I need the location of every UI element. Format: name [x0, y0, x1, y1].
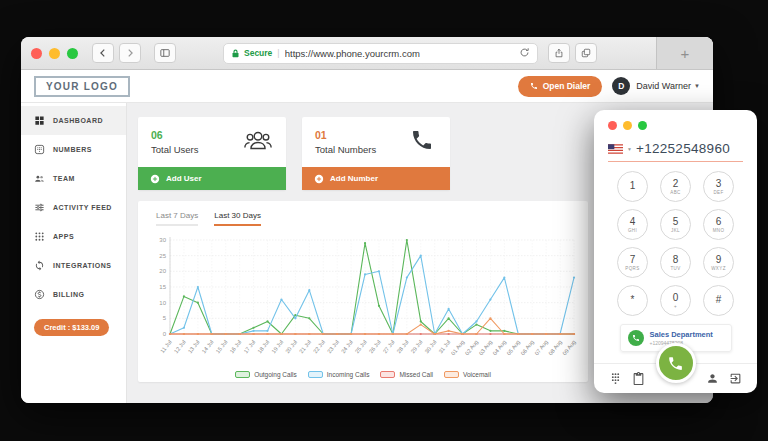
chart-range-tabs: Last 7 Days Last 30 Days [156, 211, 580, 226]
dashboard-icon [34, 115, 45, 126]
sidebar: DASHBOARDNUMBERSTEAMACTIVITY FEEDAPPSINT… [21, 103, 127, 403]
svg-text:26 Jul: 26 Jul [368, 339, 382, 354]
key-digit: 5 [673, 217, 679, 227]
secure-label: Secure [244, 48, 272, 58]
key-letters: PQRS [625, 266, 639, 271]
flag-caret-icon[interactable]: ▼ [627, 146, 632, 152]
svg-text:03 Aug: 03 Aug [478, 339, 493, 356]
dial-key-7[interactable]: 7PQRS [617, 247, 648, 278]
tab-last-30-days[interactable]: Last 30 Days [214, 211, 261, 226]
key-letters: MNO [713, 228, 725, 233]
sidebar-item-billing[interactable]: BILLING [21, 280, 126, 309]
dial-key-2[interactable]: 2ABC [660, 171, 691, 202]
keypad-icon[interactable] [609, 372, 622, 385]
dialer-zoom-button[interactable] [638, 121, 647, 130]
svg-text:0: 0 [163, 331, 167, 337]
exit-icon[interactable] [729, 372, 742, 385]
zoom-window-button[interactable] [67, 48, 78, 59]
tabs-overview-button[interactable] [575, 43, 597, 63]
back-button[interactable] [92, 43, 114, 63]
avatar[interactable]: D [612, 77, 630, 95]
sidebar-item-dashboard[interactable]: DASHBOARD [21, 106, 126, 135]
url-text: https://www.phone.yourcrm.com [285, 48, 519, 59]
sidebar-item-label: TEAM [53, 175, 75, 182]
us-flag-icon[interactable] [608, 144, 623, 154]
dial-key-8[interactable]: 8TUV [660, 247, 691, 278]
svg-text:14 Jul: 14 Jul [201, 339, 215, 354]
user-name[interactable]: David Warner [636, 81, 691, 91]
close-window-button[interactable] [31, 48, 42, 59]
browser-chrome: Secure | https://www.phone.yourcrm.com + [21, 37, 713, 70]
add-number-button[interactable]: Add Number [302, 167, 450, 190]
contacts-icon[interactable] [706, 372, 719, 385]
dial-key-5[interactable]: 5JKL [660, 209, 691, 240]
sidebar-toggle-icon [160, 48, 170, 58]
dial-key-0[interactable]: 0+ [660, 285, 691, 316]
key-digit: 7 [630, 255, 636, 265]
dialer-number-input[interactable]: +12252548960 [636, 141, 730, 156]
add-user-label: Add User [166, 174, 202, 183]
clipboard-icon[interactable] [632, 372, 645, 385]
dial-key-6[interactable]: 6MNO [703, 209, 734, 240]
dialer-minimize-button[interactable] [623, 121, 632, 130]
address-bar[interactable]: Secure | https://www.phone.yourcrm.com [223, 43, 538, 64]
svg-text:11 Jul: 11 Jul [159, 339, 173, 354]
svg-text:30 Jul: 30 Jul [424, 339, 438, 354]
legend-swatch [380, 371, 395, 378]
sidebar-item-team[interactable]: TEAM [21, 164, 126, 193]
legend-swatch [308, 371, 323, 378]
tab-last-7-days[interactable]: Last 7 Days [156, 211, 198, 226]
dial-key-9[interactable]: 9WXYZ [703, 247, 734, 278]
add-user-button[interactable]: Add User [138, 167, 286, 190]
svg-text:02 Aug: 02 Aug [464, 339, 479, 356]
sidebar-item-numbers[interactable]: NUMBERS [21, 135, 126, 164]
key-digit: 6 [716, 217, 722, 227]
dial-key-3[interactable]: 3DEF [703, 171, 734, 202]
call-button[interactable] [656, 343, 696, 383]
total-users-label: Total Users [151, 144, 199, 155]
calls-line-chart: 05101520253011 Jul12 Jul13 Jul14 Jul15 J… [146, 232, 580, 370]
sidebar-item-label: ACTIVITY FEED [53, 204, 112, 211]
window-controls [31, 48, 78, 59]
number-underline [608, 161, 743, 162]
svg-text:16 Jul: 16 Jul [229, 339, 243, 354]
sidebar-item-activity-feed[interactable]: ACTIVITY FEED [21, 193, 126, 222]
key-digit: 9 [716, 255, 722, 265]
stage: Secure | https://www.phone.yourcrm.com +… [0, 0, 768, 441]
svg-text:30: 30 [159, 237, 166, 243]
dialer-close-button[interactable] [608, 121, 617, 130]
dial-key-4[interactable]: 4GHI [617, 209, 648, 240]
share-button[interactable] [548, 43, 570, 63]
dial-key-#[interactable]: # [703, 285, 734, 316]
key-digit: 1 [630, 181, 636, 191]
calls-chart-card: Last 7 Days Last 30 Days 05101520253011 … [138, 201, 588, 382]
sidebar-toggle-button[interactable] [154, 43, 176, 63]
open-dialer-button[interactable]: Open Dialer [518, 76, 603, 97]
svg-text:5: 5 [163, 315, 167, 321]
tabs-icon [581, 48, 591, 58]
total-numbers-label: Total Numbers [315, 144, 376, 155]
chevron-down-icon[interactable]: ▼ [694, 83, 700, 89]
legend-label: Missed Call [399, 371, 433, 378]
activity-feed-icon [34, 202, 45, 213]
billing-icon [34, 289, 45, 300]
sidebar-item-label: NUMBERS [53, 146, 92, 153]
new-tab-button[interactable]: + [656, 37, 713, 69]
dial-key-*[interactable]: * [617, 285, 648, 316]
total-users-card: 06 Total Users Add User [138, 117, 286, 190]
dial-key-1[interactable]: 1 [617, 171, 648, 202]
sidebar-item-apps[interactable]: APPS [21, 222, 126, 251]
chevron-left-icon [98, 48, 108, 58]
sidebar-item-integrations[interactable]: INTEGRATIONS [21, 251, 126, 280]
svg-text:18 Jul: 18 Jul [256, 339, 270, 354]
legend-label: Voicemail [463, 371, 491, 378]
open-dialer-label: Open Dialer [543, 81, 591, 91]
forward-button[interactable] [119, 43, 141, 63]
reload-button[interactable] [519, 44, 530, 62]
svg-text:01 Aug: 01 Aug [450, 339, 465, 356]
phone-icon [667, 355, 684, 372]
svg-text:15: 15 [159, 284, 166, 290]
minimize-window-button[interactable] [49, 48, 60, 59]
dialer-number-row: ▼ +12252548960 [608, 141, 743, 156]
key-letters: WXYZ [711, 266, 726, 271]
